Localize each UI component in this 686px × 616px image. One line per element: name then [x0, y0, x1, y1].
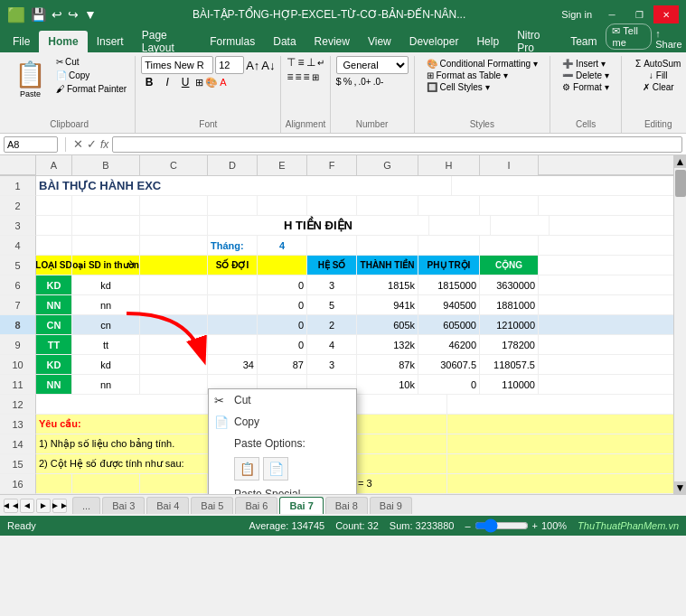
select-all-button[interactable] [0, 155, 36, 175]
undo-icon[interactable]: ↩ [52, 7, 62, 22]
cell-b4[interactable] [72, 236, 140, 256]
confirm-formula-icon[interactable]: ✓ [87, 137, 97, 151]
cell-b5[interactable]: Loại SD in thường [72, 256, 140, 275]
cell-e10[interactable]: 87 [258, 355, 307, 375]
cell-a8[interactable]: CN [36, 315, 72, 335]
formula-input[interactable] [112, 136, 682, 153]
sheet-nav-next[interactable]: ► [36, 499, 51, 513]
cell-h2[interactable] [418, 196, 480, 216]
format-painter-button[interactable]: 🖌 Format Painter [53, 83, 129, 95]
cell-i8[interactable]: 1210000 [480, 315, 539, 335]
ctx-paste-special[interactable]: Paste Special... [209, 483, 356, 494]
zoom-out-icon[interactable]: – [465, 520, 470, 531]
cell-a3[interactable] [36, 216, 72, 236]
cell-i5[interactable]: CỘNG [480, 256, 539, 275]
cell-styles-button[interactable]: 🔲 Cell Styles ▾ [424, 81, 541, 93]
tell-me-box[interactable]: ✉ Tell me [606, 23, 652, 50]
sign-in-link[interactable]: Sign in [561, 9, 592, 20]
cell-e2[interactable] [258, 196, 307, 216]
align-bottom-button[interactable]: ⊥ [306, 56, 315, 69]
cell-h3[interactable] [429, 216, 491, 236]
border-button[interactable]: ⊞ [195, 77, 203, 89]
paste-button[interactable]: 📋 Paste [9, 56, 52, 102]
wrap-text-button[interactable]: ↵ [317, 58, 324, 68]
cell-i7[interactable]: 1881000 [480, 295, 539, 315]
cell-c9[interactable] [140, 335, 208, 355]
tab-home[interactable]: Home [39, 31, 87, 52]
cell-i3[interactable] [491, 216, 550, 236]
cell-f9[interactable]: 4 [307, 335, 357, 355]
cell-c2[interactable] [140, 196, 208, 216]
sheet-nav-prev[interactable]: ◄ [20, 499, 34, 513]
paste-option-1[interactable]: 📋 [234, 457, 259, 481]
cell-b2[interactable] [72, 196, 140, 216]
font-color-button[interactable]: A [220, 77, 226, 88]
cut-button[interactable]: ✂ Cut [53, 56, 129, 68]
cell-f4[interactable] [307, 236, 357, 256]
cell-c10[interactable] [140, 355, 208, 375]
format-as-table-button[interactable]: ⊞ Format as Table ▾ [424, 70, 541, 81]
save-icon[interactable]: 💾 [31, 7, 46, 22]
cell-f6[interactable]: 3 [307, 275, 357, 295]
conditional-formatting-button[interactable]: 🎨 Conditional Formatting ▾ [424, 58, 541, 70]
cell-b9[interactable]: tt [72, 335, 140, 355]
cell-f10[interactable]: 3 [307, 355, 357, 375]
cell-a2[interactable] [36, 196, 72, 216]
fill-color-button[interactable]: 🎨 [205, 77, 218, 89]
tab-bai5[interactable]: Bai 5 [191, 497, 233, 514]
cell-g5[interactable]: THÀNH TIỀN [357, 256, 418, 275]
align-middle-button[interactable]: ≡ [297, 56, 304, 69]
col-header-f[interactable]: F [307, 155, 357, 175]
cell-c3[interactable] [140, 216, 208, 236]
cell-b16[interactable] [72, 474, 140, 494]
col-header-e[interactable]: E [258, 155, 307, 175]
cell-b6[interactable]: kd [72, 275, 140, 295]
cell-e5[interactable] [258, 256, 307, 275]
tab-nitro-pro[interactable]: Nitro Pro [508, 31, 561, 52]
cell-h10[interactable]: 30607.5 [418, 355, 480, 375]
cell-h11[interactable]: 0 [418, 375, 480, 395]
cell-e4[interactable]: 4 [258, 236, 307, 256]
cell-a7[interactable]: NN [36, 295, 72, 315]
tab-data[interactable]: Data [264, 31, 305, 52]
cell-g7[interactable]: 941k [357, 295, 418, 315]
minimize-btn[interactable]: ─ [599, 5, 625, 23]
cell-i11[interactable]: 110000 [480, 375, 539, 395]
cell-d8[interactable] [208, 315, 258, 335]
tab-bai7[interactable]: Bai 7 [279, 497, 323, 514]
cell-g10[interactable]: 87k [357, 355, 418, 375]
align-top-button[interactable]: ⊤ [287, 56, 296, 69]
cell-c6[interactable] [140, 275, 208, 295]
sheet-nav-first[interactable]: ◄◄ [4, 499, 18, 513]
redo-icon[interactable]: ↪ [68, 7, 79, 22]
cell-i10[interactable]: 118057.5 [480, 355, 539, 375]
cell-a9[interactable]: TT [36, 335, 72, 355]
cell-d5[interactable]: SỐ ĐỢI [208, 256, 258, 275]
cell-d6[interactable] [208, 275, 258, 295]
cell-c4[interactable] [140, 236, 208, 256]
cell-h8[interactable]: 605000 [418, 315, 480, 335]
cell-f8[interactable]: 2 [307, 315, 357, 335]
font-name-input[interactable] [141, 56, 213, 74]
col-header-a[interactable]: A [36, 155, 72, 175]
decrease-decimal-button[interactable]: .0- [373, 77, 384, 87]
col-header-h[interactable]: H [418, 155, 480, 175]
name-box-input[interactable] [4, 136, 58, 153]
cell-i9[interactable]: 178200 [480, 335, 539, 355]
cell-f5[interactable]: HỆ SỐ [307, 256, 357, 275]
format-cells-button[interactable]: ⚙ Format ▾ [559, 81, 612, 93]
increase-font-icon[interactable]: A↑ [246, 59, 259, 72]
quick-access-arrow-icon[interactable]: ▼ [84, 7, 97, 22]
cell-h4[interactable] [418, 236, 480, 256]
cell-e7[interactable]: 0 [258, 295, 307, 315]
tab-bai9[interactable]: Bai 9 [370, 497, 412, 514]
tab-team[interactable]: Team [561, 31, 606, 52]
italic-button[interactable]: I [159, 76, 175, 89]
cell-b3[interactable] [72, 216, 140, 236]
close-btn[interactable]: ✕ [653, 5, 679, 23]
underline-button[interactable]: U [177, 76, 193, 89]
zoom-slider[interactable] [475, 518, 529, 533]
zoom-in-icon[interactable]: + [532, 520, 538, 531]
merge-center-button[interactable]: ⊞ [312, 72, 319, 82]
tab-formulas[interactable]: Formulas [201, 31, 264, 52]
